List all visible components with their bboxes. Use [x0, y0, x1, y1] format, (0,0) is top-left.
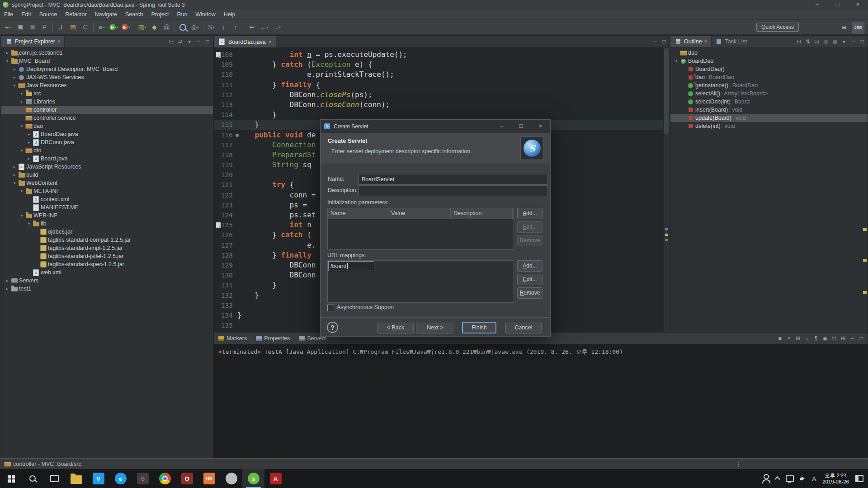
sort-icon[interactable]: ⇅ — [803, 37, 812, 46]
external-tools-icon[interactable]: ▶▾ — [120, 22, 132, 33]
overview-ruler[interactable] — [663, 47, 670, 332]
url-mappings-list[interactable]: /board — [327, 260, 514, 303]
tree-expand-arrow[interactable]: ▸ — [11, 173, 18, 177]
code-line[interactable]: 113 DBConn.closeConn(conn); — [214, 100, 664, 110]
project-tree-item[interactable]: ▸Deployment Descriptor: MVC_Board — [1, 65, 213, 73]
init-add-button[interactable]: Add... — [517, 208, 542, 219]
network-icon[interactable] — [786, 475, 794, 482]
project-tree-item[interactable]: ▸test1 — [1, 285, 213, 293]
pin-console-icon[interactable]: ◉ — [821, 334, 830, 343]
tab-markers[interactable]: Markers — [214, 333, 251, 344]
mark-occurrences-icon[interactable]: ◎▾ — [189, 22, 201, 33]
url-edit-button[interactable]: Edit... — [517, 274, 542, 285]
code-line[interactable]: 108 int n = ps.executeUpdate(); — [214, 50, 664, 60]
tree-expand-arrow[interactable]: ▸ — [26, 156, 32, 161]
project-tree-item[interactable]: controller.service — [1, 114, 213, 122]
close-console-icon[interactable]: × — [784, 334, 793, 343]
taskbar-kakaotalk[interactable] — [220, 469, 242, 488]
run-icon[interactable]: ▶▾ — [108, 22, 119, 33]
code-line[interactable]: 114 } — [214, 110, 664, 120]
menu-edit[interactable]: Edit — [17, 9, 35, 19]
taskbar-search-button[interactable] — [22, 469, 43, 488]
outline-item[interactable]: selectOne(int) : Board — [670, 98, 868, 106]
search-icon[interactable] — [177, 22, 189, 33]
stop-icon[interactable]: ■ — [775, 334, 784, 343]
project-tree-item[interactable]: ≡MANIFEST.MF — [1, 203, 213, 211]
code-line[interactable]: 109 } catch (Exception e) { — [214, 60, 664, 70]
outline-item[interactable]: SgetInstance() : BoardDao — [670, 81, 868, 89]
hide-non-public-icon[interactable]: ▦ — [830, 37, 840, 46]
outline-item[interactable]: update(Board) : void — [670, 114, 868, 122]
project-tree-item[interactable]: ▸build — [1, 171, 213, 179]
tree-expand-arrow[interactable]: ▸ — [19, 99, 25, 104]
javadoc-icon[interactable]: @ — [161, 22, 172, 33]
cancel-button[interactable]: Cancel — [505, 322, 542, 333]
menu-search[interactable]: Search — [121, 9, 147, 19]
close-tab-icon[interactable] — [57, 38, 61, 45]
taskbar-file-explorer[interactable] — [65, 469, 87, 488]
init-params-table[interactable]: NameValueDescription — [327, 208, 514, 250]
scrollbar-thumb[interactable] — [664, 48, 669, 134]
print-icon[interactable]: P — [39, 22, 50, 33]
project-tree-item[interactable]: ▸JBoard.java — [1, 155, 213, 163]
minimize-panel-icon[interactable]: – — [848, 334, 857, 343]
init-param-column-value[interactable]: Value — [388, 208, 451, 219]
tree-collapse-arrow[interactable]: ▾ — [19, 189, 25, 193]
outline-item[interactable]: insert(Board) : void — [670, 106, 868, 114]
project-tree-item[interactable]: ▸JSJavaScript Resources — [1, 163, 213, 171]
project-tree-item[interactable]: Xweb.xml — [1, 268, 213, 277]
outline-item[interactable]: selectAll() : ArrayList<Board> — [670, 89, 868, 98]
taskbar-spring-tool-suite[interactable]: s — [242, 469, 264, 488]
init-param-column-description[interactable]: Description — [451, 208, 513, 219]
taskbar-sql-developer[interactable]: S — [132, 469, 154, 488]
collapse-all-icon[interactable]: ⊟ — [167, 37, 176, 46]
tree-collapse-arrow[interactable]: ▾ — [11, 181, 18, 185]
project-tree-item[interactable]: taglibs-standard-compat-1.2.5.jar — [1, 236, 213, 244]
minimize-panel-icon[interactable]: – — [194, 37, 203, 46]
dialog-minimize-button[interactable]: – — [492, 120, 511, 133]
tab-properties[interactable]: Properties — [251, 333, 294, 344]
window-minimize-button[interactable]: – — [807, 0, 827, 9]
save-icon[interactable]: ▣ — [14, 22, 26, 33]
outline-item[interactable]: dao — [670, 49, 868, 57]
menu-refactor[interactable]: Refactor — [61, 9, 90, 19]
tree-expand-arrow[interactable]: ▸ — [4, 286, 10, 291]
project-tree-item[interactable]: controller — [1, 106, 213, 114]
ruler-annotation[interactable] — [665, 228, 668, 230]
collapse-all-icon[interactable]: ⊟ — [794, 37, 803, 46]
status-handle[interactable] — [738, 461, 739, 467]
code-line[interactable]: 112 DBConn.closePs(ps); — [214, 90, 664, 100]
outline-item[interactable]: delete(int) : void — [670, 122, 868, 130]
tree-collapse-arrow[interactable]: ▾ — [19, 91, 25, 96]
project-tree-item[interactable]: ▾●MVC_Board — [1, 57, 213, 65]
project-tree-item[interactable]: ▸Servers — [1, 277, 213, 285]
scroll-lock-icon[interactable]: ↓ — [802, 334, 811, 343]
project-tree-item[interactable]: ▾Java Resources — [1, 81, 213, 89]
taskbar-edge[interactable]: e — [109, 469, 132, 488]
back-icon[interactable]: ←▾ — [259, 22, 270, 33]
new-java-project-icon[interactable]: J — [55, 22, 66, 33]
close-tab-icon[interactable] — [704, 38, 708, 45]
outline-item[interactable]: BoardDao() — [670, 65, 868, 73]
tree-collapse-arrow[interactable]: ▾ — [19, 213, 25, 218]
name-input[interactable]: BoardServlet — [359, 174, 547, 185]
finish-button[interactable]: Finish — [462, 322, 496, 333]
maximize-panel-icon[interactable]: □ — [660, 37, 669, 46]
user-icon[interactable] — [764, 474, 769, 479]
code-line[interactable]: 111 } finally { — [214, 80, 664, 90]
minimize-panel-icon[interactable]: – — [651, 37, 660, 46]
taskbar-oracle-client[interactable]: O — [176, 469, 198, 488]
project-tree-item[interactable]: taglibs-standard-impl-1.2.5.jar — [1, 244, 213, 252]
link-editor-icon[interactable]: ⇄ — [176, 37, 185, 46]
new-class-icon[interactable]: C — [80, 22, 91, 33]
maximize-panel-icon[interactable]: □ — [857, 334, 866, 343]
tree-collapse-arrow[interactable]: ▾ — [11, 83, 18, 88]
view-menu-icon[interactable]: ▾ — [840, 37, 849, 46]
tree-collapse-arrow[interactable]: ▾ — [19, 148, 25, 153]
tab-task-list[interactable]: Task List — [712, 36, 751, 47]
notification-center-icon[interactable] — [855, 475, 863, 482]
new-wizard-icon[interactable]: +▾ — [2, 22, 14, 33]
project-tree-item[interactable]: ▸JDBConn.java — [1, 138, 213, 146]
code-line[interactable]: 110 e.printStackTrace(); — [214, 70, 664, 80]
menu-help[interactable]: Help — [220, 9, 240, 19]
